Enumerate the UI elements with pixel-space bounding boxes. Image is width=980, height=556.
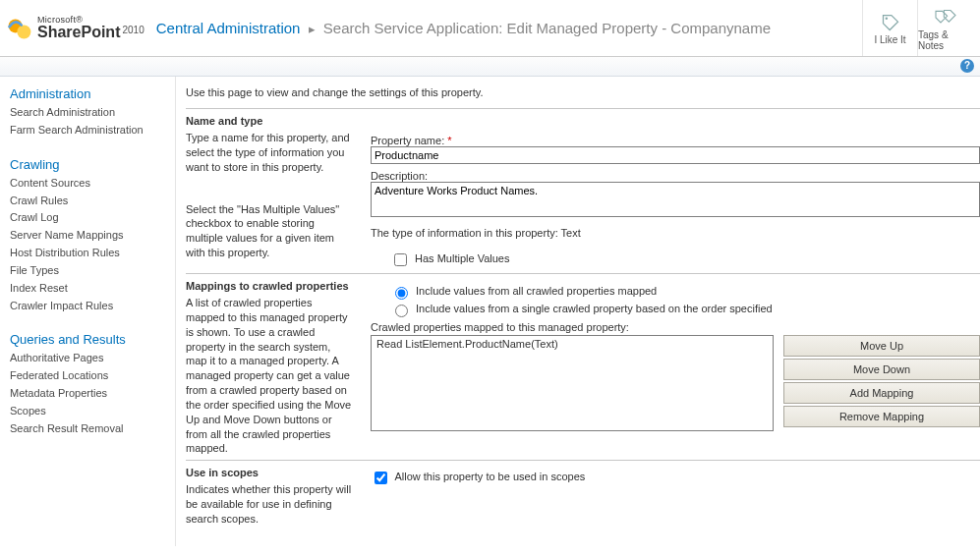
name-type-desc2: Select the "Has Multiple Values" checkbo… <box>186 202 353 260</box>
remove-mapping-button[interactable]: Remove Mapping <box>783 406 980 427</box>
tags-notes-button[interactable]: Tags & Notes <box>917 0 972 56</box>
help-icon[interactable]: ? <box>960 59 974 73</box>
breadcrumb-current: Search Service Application: Edit Managed… <box>323 20 771 36</box>
tags-icon <box>933 8 958 28</box>
product-year: 2010 <box>122 25 144 35</box>
has-multiple-values-checkbox[interactable] <box>394 253 407 266</box>
radio-include-single[interactable] <box>395 305 408 317</box>
content-top-bar: ? <box>0 57 980 77</box>
description-label: Description: <box>371 170 428 182</box>
has-multiple-values-label: Has Multiple Values <box>415 252 509 264</box>
allow-scopes-label: Allow this property to be used in scopes <box>394 472 585 483</box>
nav-link-server-name-mappings[interactable]: Server Name Mappings <box>10 228 167 243</box>
breadcrumb-sep-icon: ▸ <box>309 22 316 36</box>
nav-link-federated-locations[interactable]: Federated Locations <box>10 368 167 383</box>
svg-point-1 <box>17 25 30 38</box>
nav-link-crawl-rules[interactable]: Crawl Rules <box>10 194 167 208</box>
nav-section-administration[interactable]: Administration <box>10 86 167 101</box>
sharepoint-icon <box>6 15 33 42</box>
like-button[interactable]: I Like It <box>862 0 917 56</box>
left-nav: Administration Search Administration Far… <box>0 77 175 546</box>
nav-link-index-reset[interactable]: Index Reset <box>10 281 167 296</box>
required-indicator: * <box>447 135 451 146</box>
nav-link-farm-search-administration[interactable]: Farm Search Administration <box>10 123 167 138</box>
nav-link-search-administration[interactable]: Search Administration <box>10 105 167 120</box>
section-mappings: Mappings to crawled properties A list of… <box>186 273 980 456</box>
product-logo: Microsoft® SharePoint2010 <box>6 15 144 42</box>
type-info-line: The type of information in this property… <box>371 227 980 239</box>
property-name-input[interactable] <box>371 146 980 164</box>
tags-notes-label: Tags & Notes <box>918 29 972 51</box>
breadcrumb: Central Administration ▸ Search Service … <box>156 20 771 36</box>
ribbon-header: Microsoft® SharePoint2010 Central Admini… <box>0 0 980 57</box>
mappings-heading: Mappings to crawled properties <box>186 280 353 292</box>
add-mapping-button[interactable]: Add Mapping <box>783 382 980 404</box>
description-input[interactable] <box>371 182 980 217</box>
mappings-desc: A list of crawled properties mapped to t… <box>186 296 353 456</box>
nav-link-authoritative-pages[interactable]: Authoritative Pages <box>10 351 167 365</box>
like-label: I Like It <box>874 34 905 45</box>
scopes-heading: Use in scopes <box>186 467 353 478</box>
nav-section-queries-results[interactable]: Queries and Results <box>10 332 167 347</box>
radio-include-all[interactable] <box>395 287 408 300</box>
radio-include-all-label: Include values from all crawled properti… <box>416 285 657 297</box>
tag-icon <box>880 13 901 32</box>
nav-link-metadata-properties[interactable]: Metadata Properties <box>10 386 167 401</box>
breadcrumb-root-link[interactable]: Central Administration <box>156 20 301 36</box>
name-type-desc1: Type a name for this property, and selec… <box>186 131 353 175</box>
product-name: SharePoint <box>37 24 120 40</box>
page-description: Use this page to view and change the set… <box>186 86 980 98</box>
section-scopes: Use in scopes Indicates whether this pro… <box>186 460 980 527</box>
radio-include-single-label: Include values from a single crawled pro… <box>416 303 773 314</box>
section-name-type: Name and type Type a name for this prope… <box>186 108 980 269</box>
form-body: Use this page to view and change the set… <box>175 77 980 546</box>
list-item[interactable]: Read ListElement.ProductName(Text) <box>375 338 769 350</box>
property-name-label: Property name: <box>371 135 444 146</box>
crawled-list-label: Crawled properties mapped to this manage… <box>371 321 980 333</box>
nav-link-file-types[interactable]: File Types <box>10 263 167 278</box>
scopes-desc: Indicates whether this property will be … <box>186 482 353 527</box>
nav-link-scopes[interactable]: Scopes <box>10 404 167 418</box>
svg-point-2 <box>885 18 888 21</box>
nav-link-crawl-log[interactable]: Crawl Log <box>10 210 167 225</box>
nav-link-content-sources[interactable]: Content Sources <box>10 176 167 191</box>
allow-scopes-checkbox[interactable] <box>375 472 387 484</box>
move-up-button[interactable]: Move Up <box>783 335 980 357</box>
nav-link-host-distribution-rules[interactable]: Host Distribution Rules <box>10 246 167 260</box>
crawled-properties-listbox[interactable]: Read ListElement.ProductName(Text) <box>371 335 774 431</box>
nav-link-search-result-removal[interactable]: Search Result Removal <box>10 421 167 436</box>
move-down-button[interactable]: Move Down <box>783 359 980 380</box>
nav-link-crawler-impact-rules[interactable]: Crawler Impact Rules <box>10 299 167 313</box>
name-type-heading: Name and type <box>186 115 353 127</box>
nav-section-crawling[interactable]: Crawling <box>10 157 167 172</box>
